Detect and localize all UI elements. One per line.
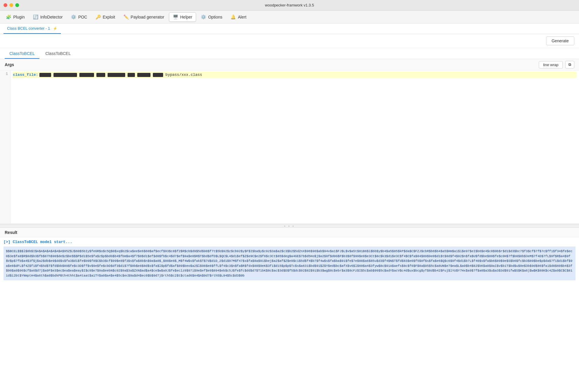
- result-content[interactable]: [>] ClassToBCEL model start... $$BCEL$$$…: [0, 237, 579, 392]
- line-wrap-button[interactable]: line wrap: [539, 61, 563, 68]
- titlebar: woodpecker-framwork v1.3.5: [0, 0, 579, 11]
- redacted-4: [96, 73, 105, 77]
- menu-item-poc[interactable]: ⚙️ POC: [67, 13, 91, 21]
- code-key: class_file:: [13, 72, 38, 78]
- tab-class-bcel[interactable]: Class BCEL converter - 1 ⚡: [4, 24, 61, 34]
- puzzle-icon: 🧩: [6, 14, 11, 20]
- menu-label-options: Options: [208, 15, 222, 19]
- args-label: Args: [5, 62, 14, 67]
- menu-item-payload-generator[interactable]: ✏️ Payload generator: [120, 13, 168, 21]
- page-tabbar: Class BCEL converter - 1 ⚡: [0, 24, 579, 34]
- redacted-5: [108, 73, 125, 77]
- menu-item-exploit[interactable]: 🔑 Exploit: [92, 13, 119, 21]
- redacted-1: [39, 73, 51, 77]
- redacted-6: [128, 73, 135, 77]
- maximize-button[interactable]: [15, 3, 19, 7]
- menu-item-plugin[interactable]: 🧩 Plugin: [2, 13, 28, 21]
- inner-tab-label-2: ClassToBCEL: [45, 51, 71, 56]
- minimize-button[interactable]: [9, 3, 13, 7]
- result-section: Result [>] ClassToBCEL model start... $$…: [0, 228, 579, 392]
- args-section: Args line wrap ⧉ 1 class_file:: [0, 59, 579, 224]
- copy-button[interactable]: ⧉: [565, 61, 574, 68]
- line-numbers: 1: [0, 71, 11, 223]
- menu-label-infodetector: InfoDetector: [40, 15, 63, 19]
- options-gear-icon: ⚙️: [201, 14, 206, 20]
- key-icon: 🔑: [96, 14, 101, 20]
- main-content: Generate ClassToBCEL ClassToBCEL Args li…: [0, 34, 579, 392]
- menu-label-payload-generator: Payload generator: [131, 15, 164, 19]
- menu-label-exploit: Exploit: [103, 15, 115, 19]
- monitor-icon: 🖥️: [173, 14, 178, 20]
- menu-label-poc: POC: [78, 15, 87, 19]
- result-header: Result: [0, 228, 579, 237]
- menu-label-helper: Helper: [180, 15, 192, 19]
- code-content[interactable]: class_file: bypass/xxx.class: [11, 71, 579, 223]
- toolbar-row: Generate: [0, 34, 579, 48]
- redacted-7: [137, 73, 150, 77]
- power-icon: ⚡: [53, 26, 57, 31]
- generate-button[interactable]: Generate: [546, 36, 574, 45]
- menu-label-plugin: Plugin: [13, 15, 25, 19]
- inner-tab-classtobcel-2[interactable]: ClassToBCEL: [41, 49, 75, 59]
- pencil-icon: ✏️: [123, 14, 129, 20]
- inner-tab-classtobcel-1[interactable]: ClassToBCEL: [5, 49, 39, 59]
- menu-label-alert: Alert: [238, 15, 246, 19]
- divider-dots: • • •: [284, 225, 295, 228]
- menu-item-infodetector[interactable]: 🔄 InfoDetector: [29, 13, 66, 21]
- args-header: Args line wrap ⧉: [0, 59, 579, 71]
- redacted-2: [53, 73, 77, 77]
- close-button[interactable]: [4, 3, 7, 7]
- redacted-8: [153, 73, 163, 77]
- result-payload: $$BCEL$$$l$8b$I$A$A$A$A$A$A$A$95Z$J$60$5…: [4, 247, 575, 280]
- app-title: woodpecker-framwork v1.3.5: [265, 3, 314, 7]
- line-number-1: 1: [2, 72, 8, 76]
- window-controls: [4, 3, 19, 7]
- inner-tab-label-1: ClassToBCEL: [9, 51, 35, 56]
- tab-label-class-bcel: Class BCEL converter - 1: [7, 26, 50, 31]
- bell-icon: 🔔: [230, 14, 236, 20]
- gear-icon: ⚙️: [71, 14, 76, 20]
- inner-tabs: ClassToBCEL ClassToBCEL: [0, 48, 579, 59]
- code-line-1: class_file: bypass/xxx.class: [13, 72, 577, 78]
- menu-item-alert[interactable]: 🔔 Alert: [227, 13, 250, 21]
- code-value: bypass/xxx.class: [165, 72, 202, 78]
- result-start-line: [>] ClassToBCEL model start...: [4, 240, 575, 244]
- redacted-3: [79, 73, 94, 77]
- result-label: Result: [5, 230, 17, 235]
- menu-item-options[interactable]: ⚙️ Options: [197, 13, 226, 21]
- resize-divider[interactable]: • • •: [0, 224, 579, 228]
- menu-item-helper[interactable]: 🖥️ Helper: [169, 12, 196, 22]
- code-area: 1 class_file: bypass/xxx.class: [0, 71, 579, 223]
- sync-icon: 🔄: [33, 14, 39, 20]
- menubar: 🧩 Plugin 🔄 InfoDetector ⚙️ POC 🔑 Exploit…: [0, 11, 579, 24]
